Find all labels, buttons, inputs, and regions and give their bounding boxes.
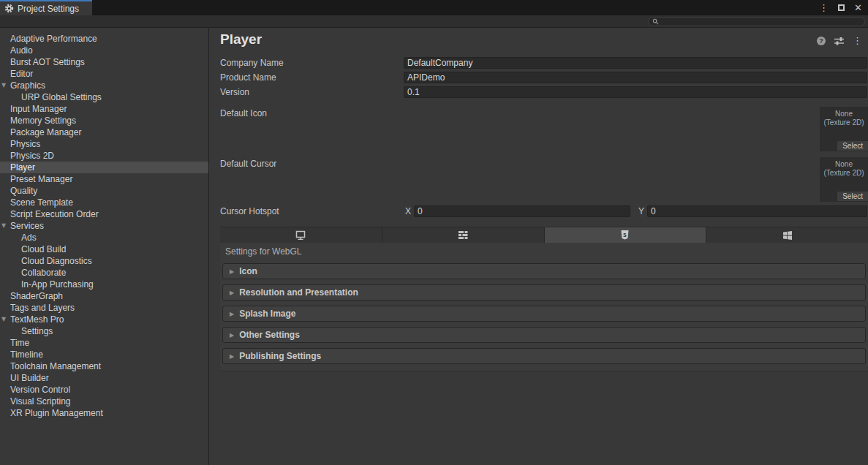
sidebar-item-label: Graphics: [10, 80, 45, 91]
default-icon-select-button[interactable]: Select: [837, 141, 868, 151]
section-label: Resolution and Presentation: [239, 287, 358, 298]
maximize-icon[interactable]: [838, 4, 845, 11]
platform-tab-webgl[interactable]: 5: [545, 227, 707, 243]
sidebar-item-textmesh-pro[interactable]: ▼TextMesh Pro: [0, 314, 208, 325]
version-label: Version: [220, 86, 249, 98]
presets-icon[interactable]: [834, 37, 845, 45]
search-box[interactable]: [648, 17, 865, 26]
platform-tab-uwp[interactable]: [706, 227, 868, 243]
sidebar-item-label: Physics 2D: [10, 151, 54, 161]
sidebar-item-in-app-purchasing[interactable]: In-App Purchasing: [0, 279, 208, 290]
sidebar-item-version-control[interactable]: Version Control: [0, 384, 208, 396]
panel-menu-icon[interactable]: ⋮: [853, 36, 862, 45]
sidebar-item-label: Memory Settings: [10, 116, 76, 126]
section-icon[interactable]: ▶Icon: [222, 263, 866, 279]
hotspot-x-field[interactable]: [414, 205, 630, 217]
platform-tabstrip: 5: [220, 227, 868, 243]
foldout-expanded-icon[interactable]: ▼: [1, 314, 10, 325]
sidebar-item-label: Cloud Build: [21, 244, 66, 254]
sidebar-item-visual-scripting[interactable]: Visual Scripting: [0, 396, 208, 407]
sidebar-item-label: Visual Scripting: [10, 396, 71, 407]
default-cursor-label: Default Cursor: [220, 158, 276, 170]
hotspot-y-field[interactable]: [647, 205, 867, 217]
section-publishing-settings[interactable]: ▶Publishing Settings: [222, 348, 866, 364]
project-settings-window-tab[interactable]: Project Settings: [0, 0, 92, 15]
sidebar-item-physics-2d[interactable]: Physics 2D: [0, 150, 208, 162]
sidebar-item-label: Timeline: [10, 349, 43, 360]
platform-tab-standalone[interactable]: [220, 227, 382, 243]
sidebar-item-label: Toolchain Management: [10, 361, 101, 371]
sidebar-item-label: Burst AOT Settings: [10, 57, 85, 67]
sidebar-item-label: TextMesh Pro: [10, 314, 64, 325]
section-label: Icon: [239, 266, 257, 276]
sidebar-item-player[interactable]: Player: [0, 162, 208, 173]
sidebar-item-tags-and-layers[interactable]: Tags and Layers: [0, 302, 208, 314]
sidebar-item-ui-builder[interactable]: UI Builder: [0, 372, 208, 384]
sidebar-item-input-manager[interactable]: Input Manager: [0, 103, 208, 115]
close-icon[interactable]: ✕: [854, 3, 862, 12]
sidebar-item-memory-settings[interactable]: Memory Settings: [0, 115, 208, 126]
sidebar-item-shadergraph[interactable]: ShaderGraph: [0, 290, 208, 302]
sidebar-item-quality[interactable]: Quality: [0, 185, 208, 197]
toolbar: [0, 15, 868, 28]
sidebar-item-collaborate[interactable]: Collaborate: [0, 267, 208, 279]
sidebar-item-label: Physics: [10, 139, 40, 149]
sidebar-item-settings[interactable]: Settings: [0, 325, 208, 337]
sidebar-item-package-manager[interactable]: Package Manager: [0, 126, 208, 138]
sidebar-item-graphics[interactable]: ▼Graphics: [0, 80, 208, 91]
cursor-hotspot-label: Cursor Hotspot: [220, 205, 279, 217]
sidebar-item-xr-plugin-management[interactable]: XR Plugin Management: [0, 407, 208, 419]
sidebar-item-timeline[interactable]: Timeline: [0, 349, 208, 360]
search-icon: [652, 18, 659, 25]
sidebar-item-time[interactable]: Time: [0, 337, 208, 349]
foldout-expanded-icon[interactable]: ▼: [1, 220, 10, 232]
titlebar: Project Settings ⋮ ✕: [0, 0, 868, 15]
sidebar-item-label: Quality: [10, 186, 37, 196]
company-name-field[interactable]: [404, 57, 867, 69]
section-splash-image[interactable]: ▶Splash Image: [222, 306, 866, 322]
sidebar-item-label: Script Execution Order: [10, 209, 99, 219]
sidebar-item-label: XR Plugin Management: [10, 408, 103, 418]
sidebar-item-ads[interactable]: Ads: [0, 232, 208, 243]
sidebar-item-scene-template[interactable]: Scene Template: [0, 197, 208, 208]
section-resolution-and-presentation[interactable]: ▶Resolution and Presentation: [222, 284, 866, 300]
sidebar-item-label: In-App Purchasing: [21, 279, 94, 290]
platform-tab-dedicated-server[interactable]: [382, 227, 545, 243]
platform-settings-group: Settings for WebGL ▶Icon▶Resolution and …: [220, 243, 868, 371]
sidebar-item-urp-global-settings[interactable]: URP Global Settings: [0, 91, 208, 103]
svg-text:5: 5: [623, 232, 627, 238]
sidebar-item-audio[interactable]: Audio: [0, 45, 208, 56]
sidebar-item-label: Audio: [10, 45, 33, 56]
html5-webgl-icon: 5: [620, 230, 630, 241]
sidebar-item-editor[interactable]: Editor: [0, 68, 208, 80]
sidebar-item-toolchain-management[interactable]: Toolchain Management: [0, 360, 208, 372]
gear-icon: [4, 4, 14, 13]
sidebar-item-burst-aot-settings[interactable]: Burst AOT Settings: [0, 56, 208, 68]
sidebar-item-services[interactable]: ▼Services: [0, 220, 208, 232]
section-other-settings[interactable]: ▶Other Settings: [222, 327, 866, 343]
sidebar-item-preset-manager[interactable]: Preset Manager: [0, 173, 208, 185]
sidebar-item-cloud-build[interactable]: Cloud Build: [0, 243, 208, 255]
sidebar-item-script-execution-order[interactable]: Script Execution Order: [0, 208, 208, 220]
foldout-expanded-icon[interactable]: ▼: [1, 80, 10, 91]
sidebar-item-label: Player: [10, 162, 35, 173]
sidebar-item-label: Cloud Diagnostics: [21, 256, 92, 266]
window-menu-icon[interactable]: ⋮: [819, 3, 829, 12]
search-input[interactable]: [661, 18, 861, 26]
panel-header-icons: ? ⋮: [817, 36, 862, 45]
default-cursor-texture-slot[interactable]: None (Texture 2D) Select: [820, 157, 868, 202]
help-icon[interactable]: ?: [817, 37, 826, 45]
sidebar-item-label: ShaderGraph: [10, 291, 63, 301]
sidebar-item-label: Editor: [10, 69, 33, 79]
default-icon-texture-slot[interactable]: None (Texture 2D) Select: [820, 107, 868, 151]
sidebar-item-label: Scene Template: [10, 197, 73, 208]
section-label: Publishing Settings: [239, 351, 321, 361]
sidebar-item-adaptive-performance[interactable]: Adaptive Performance: [0, 33, 208, 45]
window-tab-title: Project Settings: [18, 4, 79, 14]
sidebar-item-label: Version Control: [10, 385, 70, 395]
sidebar-item-physics[interactable]: Physics: [0, 138, 208, 150]
default-cursor-select-button[interactable]: Select: [837, 192, 868, 201]
version-field[interactable]: [404, 86, 867, 98]
sidebar-item-cloud-diagnostics[interactable]: Cloud Diagnostics: [0, 255, 208, 267]
product-name-field[interactable]: [404, 72, 867, 83]
